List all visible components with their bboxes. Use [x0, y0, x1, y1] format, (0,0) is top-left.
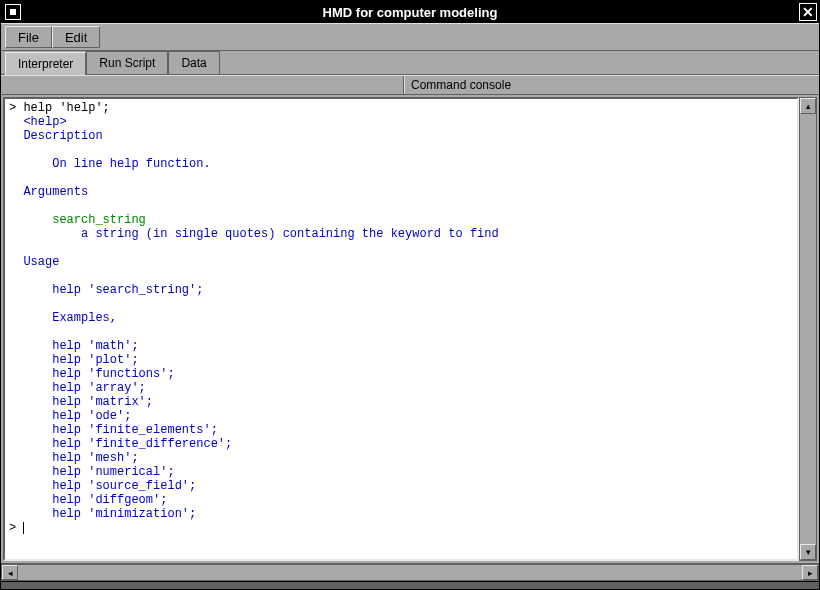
- console-line: [9, 269, 793, 283]
- panel-header-label: Command console: [404, 76, 819, 94]
- scroll-track-horizontal[interactable]: [18, 565, 802, 580]
- cursor: [23, 522, 24, 534]
- console-line: help 'plot';: [9, 353, 793, 367]
- console-line: help 'source_field';: [9, 479, 793, 493]
- scroll-left-button[interactable]: ◂: [2, 565, 18, 580]
- console-line: [9, 199, 793, 213]
- console-line: a string (in single quotes) containing t…: [9, 227, 793, 241]
- scroll-down-button[interactable]: ▾: [800, 544, 816, 560]
- console-line: Usage: [9, 255, 793, 269]
- panel-header: Command console: [1, 75, 819, 95]
- console-line: help 'numerical';: [9, 465, 793, 479]
- menubar: File Edit: [1, 23, 819, 51]
- console-line: help 'diffgeom';: [9, 493, 793, 507]
- console-line: On line help function.: [9, 157, 793, 171]
- console-line: [9, 297, 793, 311]
- tabbar: Interpreter Run Script Data: [1, 51, 819, 75]
- scroll-track-vertical[interactable]: [800, 114, 816, 544]
- panel-header-left: [1, 76, 404, 94]
- tab-interpreter[interactable]: Interpreter: [5, 52, 86, 75]
- console-line: [9, 171, 793, 185]
- console-line: help 'mesh';: [9, 451, 793, 465]
- console-line: help 'functions';: [9, 367, 793, 381]
- tab-data[interactable]: Data: [168, 51, 219, 74]
- console-line: help 'finite_difference';: [9, 437, 793, 451]
- horizontal-scroll-row: ◂ ▸: [1, 563, 819, 581]
- menu-edit[interactable]: Edit: [52, 26, 100, 48]
- console-line: Description: [9, 129, 793, 143]
- console-line: Arguments: [9, 185, 793, 199]
- horizontal-scrollbar[interactable]: ◂ ▸: [1, 564, 819, 581]
- app-window: HMD for computer modeling ✕ File Edit In…: [0, 0, 820, 590]
- scroll-up-button[interactable]: ▴: [800, 98, 816, 114]
- console-line: > help 'help';: [9, 101, 793, 115]
- console-line: <help>: [9, 115, 793, 129]
- vertical-scrollbar[interactable]: ▴ ▾: [799, 97, 817, 561]
- console-container: > help 'help'; <help> Description On lin…: [1, 95, 819, 563]
- console-line: help 'search_string';: [9, 283, 793, 297]
- console-line: [9, 325, 793, 339]
- console-line: help 'math';: [9, 339, 793, 353]
- titlebar: HMD for computer modeling ✕: [1, 1, 819, 23]
- scroll-right-button[interactable]: ▸: [802, 565, 818, 580]
- console-line: help 'minimization';: [9, 507, 793, 521]
- tab-run-script[interactable]: Run Script: [86, 51, 168, 74]
- statusbar: [1, 581, 819, 589]
- console-line: help 'array';: [9, 381, 793, 395]
- console-line: [9, 143, 793, 157]
- command-console[interactable]: > help 'help'; <help> Description On lin…: [3, 97, 799, 561]
- console-line: help 'finite_elements';: [9, 423, 793, 437]
- close-button[interactable]: ✕: [799, 3, 817, 21]
- console-line: Examples,: [9, 311, 793, 325]
- console-line: help 'ode';: [9, 409, 793, 423]
- system-menu-icon[interactable]: [5, 4, 21, 20]
- console-line: help 'matrix';: [9, 395, 793, 409]
- console-line: [9, 241, 793, 255]
- window-title: HMD for computer modeling: [21, 5, 799, 20]
- menu-file[interactable]: File: [5, 26, 52, 48]
- console-prompt[interactable]: >: [9, 521, 793, 535]
- console-line: search_string: [9, 213, 793, 227]
